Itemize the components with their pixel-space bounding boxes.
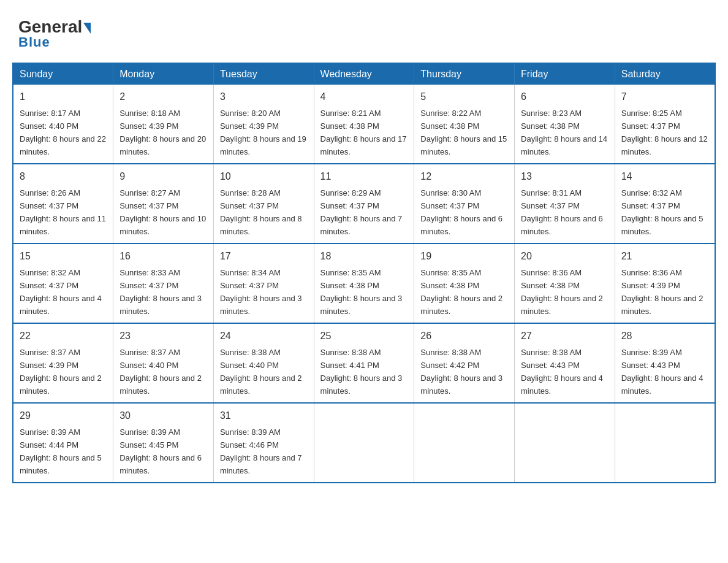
day-number: 31 — [220, 408, 308, 423]
day-info: Sunrise: 8:36 AMSunset: 4:39 PMDaylight:… — [621, 268, 703, 316]
day-info: Sunrise: 8:37 AMSunset: 4:39 PMDaylight:… — [20, 348, 102, 396]
day-number: 6 — [521, 90, 609, 104]
day-info: Sunrise: 8:33 AMSunset: 4:37 PMDaylight:… — [119, 268, 202, 316]
day-number: 22 — [20, 329, 107, 343]
day-number: 13 — [521, 169, 609, 184]
calendar-day-cell: 22 Sunrise: 8:37 AMSunset: 4:39 PMDaylig… — [13, 323, 113, 403]
day-number: 2 — [119, 90, 207, 104]
day-number: 14 — [621, 169, 708, 184]
day-number: 17 — [220, 249, 308, 264]
calendar-day-cell: 26 Sunrise: 8:38 AMSunset: 4:42 PMDaylig… — [414, 323, 515, 403]
day-number: 21 — [621, 249, 708, 264]
calendar-day-cell: 1 Sunrise: 8:17 AMSunset: 4:40 PMDayligh… — [13, 85, 113, 164]
calendar-day-cell: 2 Sunrise: 8:18 AMSunset: 4:39 PMDayligh… — [113, 85, 214, 164]
calendar-day-cell: 7 Sunrise: 8:25 AMSunset: 4:37 PMDayligh… — [615, 85, 715, 164]
calendar-day-cell: 18 Sunrise: 8:35 AMSunset: 4:38 PMDaylig… — [314, 243, 414, 323]
calendar-day-cell: 10 Sunrise: 8:28 AMSunset: 4:37 PMDaylig… — [213, 164, 314, 243]
day-of-week-header: Monday — [113, 63, 214, 85]
calendar-day-cell — [414, 403, 515, 483]
day-number: 8 — [20, 169, 107, 184]
day-info: Sunrise: 8:39 AMSunset: 4:45 PMDaylight:… — [119, 427, 202, 475]
logo-main-text: General — [18, 18, 91, 36]
calendar-day-cell: 23 Sunrise: 8:37 AMSunset: 4:40 PMDaylig… — [113, 323, 214, 403]
calendar-day-cell: 13 Sunrise: 8:31 AMSunset: 4:37 PMDaylig… — [515, 164, 615, 243]
calendar-day-cell: 30 Sunrise: 8:39 AMSunset: 4:45 PMDaylig… — [113, 403, 214, 483]
day-info: Sunrise: 8:38 AMSunset: 4:43 PMDaylight:… — [521, 348, 603, 396]
day-number: 23 — [119, 329, 207, 343]
calendar-day-cell: 3 Sunrise: 8:20 AMSunset: 4:39 PMDayligh… — [213, 85, 314, 164]
page-header: General Blue — [12, 12, 716, 50]
day-number: 26 — [420, 329, 508, 343]
day-number: 28 — [621, 329, 708, 343]
day-info: Sunrise: 8:32 AMSunset: 4:37 PMDaylight:… — [20, 268, 102, 316]
day-number: 3 — [220, 90, 308, 104]
calendar-day-cell: 15 Sunrise: 8:32 AMSunset: 4:37 PMDaylig… — [13, 243, 113, 323]
day-info: Sunrise: 8:18 AMSunset: 4:39 PMDaylight:… — [119, 109, 206, 156]
day-number: 30 — [119, 408, 207, 423]
day-of-week-header: Saturday — [615, 63, 715, 85]
day-info: Sunrise: 8:39 AMSunset: 4:43 PMDaylight:… — [621, 348, 703, 396]
calendar-header-row: SundayMondayTuesdayWednesdayThursdayFrid… — [13, 63, 715, 85]
day-info: Sunrise: 8:38 AMSunset: 4:42 PMDaylight:… — [420, 348, 502, 396]
calendar-week-row: 22 Sunrise: 8:37 AMSunset: 4:39 PMDaylig… — [13, 323, 715, 403]
calendar-day-cell — [515, 403, 615, 483]
day-number: 18 — [320, 249, 408, 264]
logo: General Blue — [18, 18, 91, 50]
calendar-day-cell: 20 Sunrise: 8:36 AMSunset: 4:38 PMDaylig… — [515, 243, 615, 323]
day-number: 29 — [20, 408, 107, 423]
day-info: Sunrise: 8:26 AMSunset: 4:37 PMDaylight:… — [20, 188, 106, 236]
logo-triangle-icon — [83, 23, 91, 34]
day-number: 24 — [220, 329, 308, 343]
calendar-day-cell: 21 Sunrise: 8:36 AMSunset: 4:39 PMDaylig… — [615, 243, 715, 323]
day-info: Sunrise: 8:23 AMSunset: 4:38 PMDaylight:… — [521, 109, 607, 156]
calendar-day-cell: 27 Sunrise: 8:38 AMSunset: 4:43 PMDaylig… — [515, 323, 615, 403]
calendar-day-cell: 16 Sunrise: 8:33 AMSunset: 4:37 PMDaylig… — [113, 243, 214, 323]
calendar-day-cell: 14 Sunrise: 8:32 AMSunset: 4:37 PMDaylig… — [615, 164, 715, 243]
day-number: 11 — [320, 169, 408, 184]
day-info: Sunrise: 8:20 AMSunset: 4:39 PMDaylight:… — [220, 109, 306, 156]
day-info: Sunrise: 8:17 AMSunset: 4:40 PMDaylight:… — [20, 109, 106, 156]
day-info: Sunrise: 8:35 AMSunset: 4:38 PMDaylight:… — [420, 268, 502, 316]
day-of-week-header: Sunday — [13, 63, 113, 85]
calendar-day-cell: 28 Sunrise: 8:39 AMSunset: 4:43 PMDaylig… — [615, 323, 715, 403]
day-info: Sunrise: 8:27 AMSunset: 4:37 PMDaylight:… — [119, 188, 206, 236]
calendar-day-cell: 6 Sunrise: 8:23 AMSunset: 4:38 PMDayligh… — [515, 85, 615, 164]
day-number: 10 — [220, 169, 308, 184]
calendar-day-cell: 11 Sunrise: 8:29 AMSunset: 4:37 PMDaylig… — [314, 164, 414, 243]
day-number: 19 — [420, 249, 508, 264]
day-info: Sunrise: 8:38 AMSunset: 4:40 PMDaylight:… — [220, 348, 302, 396]
logo-sub-text: Blue — [18, 34, 50, 50]
calendar-day-cell: 17 Sunrise: 8:34 AMSunset: 4:37 PMDaylig… — [213, 243, 314, 323]
calendar-day-cell: 24 Sunrise: 8:38 AMSunset: 4:40 PMDaylig… — [213, 323, 314, 403]
day-number: 20 — [521, 249, 609, 264]
day-info: Sunrise: 8:38 AMSunset: 4:41 PMDaylight:… — [320, 348, 403, 396]
day-info: Sunrise: 8:22 AMSunset: 4:38 PMDaylight:… — [420, 109, 507, 156]
day-info: Sunrise: 8:39 AMSunset: 4:46 PMDaylight:… — [220, 427, 302, 475]
calendar-day-cell: 19 Sunrise: 8:35 AMSunset: 4:38 PMDaylig… — [414, 243, 515, 323]
day-info: Sunrise: 8:39 AMSunset: 4:44 PMDaylight:… — [20, 427, 102, 475]
day-info: Sunrise: 8:29 AMSunset: 4:37 PMDaylight:… — [320, 188, 403, 236]
day-info: Sunrise: 8:37 AMSunset: 4:40 PMDaylight:… — [119, 348, 202, 396]
day-info: Sunrise: 8:30 AMSunset: 4:37 PMDaylight:… — [420, 188, 502, 236]
day-number: 15 — [20, 249, 107, 264]
day-info: Sunrise: 8:35 AMSunset: 4:38 PMDaylight:… — [320, 268, 403, 316]
calendar-day-cell: 12 Sunrise: 8:30 AMSunset: 4:37 PMDaylig… — [414, 164, 515, 243]
day-of-week-header: Tuesday — [213, 63, 314, 85]
day-number: 1 — [20, 90, 107, 104]
day-number: 5 — [420, 90, 508, 104]
calendar-week-row: 15 Sunrise: 8:32 AMSunset: 4:37 PMDaylig… — [13, 243, 715, 323]
calendar-day-cell: 8 Sunrise: 8:26 AMSunset: 4:37 PMDayligh… — [13, 164, 113, 243]
calendar-day-cell: 25 Sunrise: 8:38 AMSunset: 4:41 PMDaylig… — [314, 323, 414, 403]
calendar-day-cell — [314, 403, 414, 483]
day-info: Sunrise: 8:21 AMSunset: 4:38 PMDaylight:… — [320, 109, 407, 156]
day-number: 12 — [420, 169, 508, 184]
calendar-day-cell: 5 Sunrise: 8:22 AMSunset: 4:38 PMDayligh… — [414, 85, 515, 164]
day-number: 7 — [621, 90, 708, 104]
day-info: Sunrise: 8:34 AMSunset: 4:37 PMDaylight:… — [220, 268, 302, 316]
calendar-week-row: 8 Sunrise: 8:26 AMSunset: 4:37 PMDayligh… — [13, 164, 715, 243]
day-of-week-header: Thursday — [414, 63, 515, 85]
day-number: 27 — [521, 329, 609, 343]
day-number: 25 — [320, 329, 408, 343]
day-of-week-header: Wednesday — [314, 63, 414, 85]
calendar-table: SundayMondayTuesdayWednesdayThursdayFrid… — [12, 63, 716, 483]
